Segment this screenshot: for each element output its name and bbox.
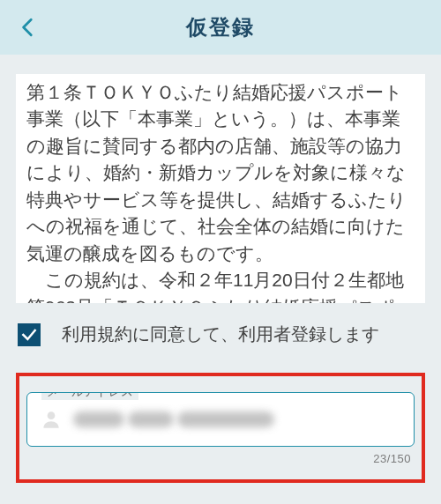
app-header: 仮登録 [0, 0, 441, 55]
email-legend: メールアドレス [41, 392, 138, 400]
back-button[interactable] [16, 15, 41, 40]
arrow-left-icon [17, 16, 40, 39]
email-input[interactable]: メールアドレス [26, 392, 415, 447]
terms-text-box[interactable]: 第１条ＴＯＫＹＯふたり結婚応援パスポート事業（以下「本事業」という。）は、本事業… [16, 74, 425, 303]
char-counter: 23/150 [26, 452, 415, 465]
check-icon [20, 326, 38, 344]
agree-checkbox[interactable] [18, 323, 41, 346]
page-title: 仮登録 [0, 13, 441, 41]
terms-paragraph-2: この規約は、令和２年11月20日付２生都地第963号「ＴＯＫＹＯふたり結婚応援パ… [26, 267, 415, 303]
person-icon [40, 408, 63, 431]
email-highlight-box: メールアドレス 23/150 [16, 373, 425, 483]
agree-row: 利用規約に同意して、利用者登録します [16, 322, 425, 346]
terms-paragraph-1: 第１条ＴＯＫＹＯふたり結婚応援パスポート事業（以下「本事業」という。）は、本事業… [26, 79, 415, 267]
agree-label: 利用規約に同意して、利用者登録します [62, 322, 379, 346]
svg-point-0 [48, 411, 56, 419]
email-value-blurred [73, 411, 401, 427]
